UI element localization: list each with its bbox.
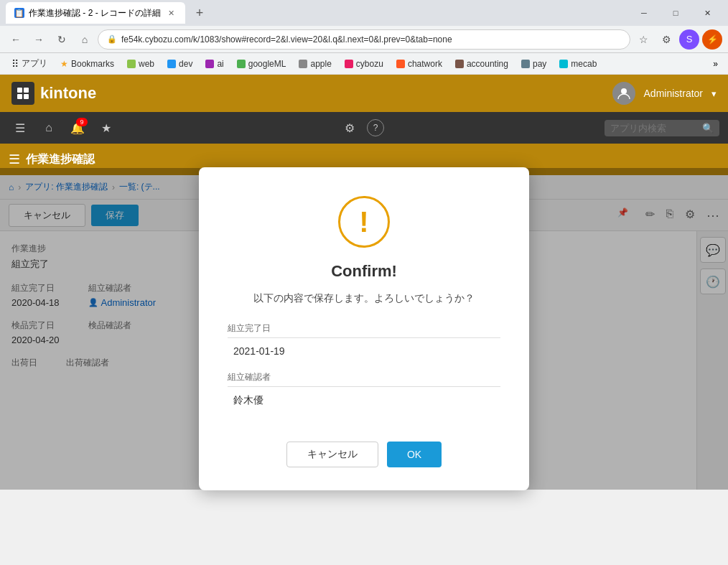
bookmark-web[interactable]: web [121,57,160,70]
svg-point-4 [621,88,627,94]
lock-icon: 🔒 [107,34,117,44]
dialog-fields: 組立完了日 2021-01-19 組立確認者 鈴木優 [228,322,500,421]
dialog-field2-label: 組立確認者 [228,371,500,387]
browser-controls: ← → ↻ ⌂ 🔒 fe54k.cybozu.com/k/1083/show#r… [0,26,728,53]
bookmark-chatwork[interactable]: chatwork [391,57,448,70]
new-tab-button[interactable]: + [190,3,210,23]
bookmark-star-icon[interactable]: ☆ [633,29,653,50]
nav-notification-badge: 9 [76,118,88,126]
dialog-field2-value: 鈴木優 [228,391,500,410]
nav-star-icon[interactable]: ★ [95,116,118,139]
bookmarks-more-button[interactable]: » [709,57,722,70]
svg-rect-3 [24,94,29,99]
close-button[interactable]: ✕ [692,0,722,26]
bookmark-ai[interactable]: ai [200,57,229,70]
kintone-header: kintone Administrator ▾ [0,75,728,112]
browser-settings-icon[interactable]: ⚙ [656,29,676,50]
confirm-dialog: ! Confirm! 以下の内容で保存します。よろしいでしょうか？ 組立完了日 … [199,167,529,490]
svg-rect-2 [17,94,22,99]
dialog-field1-label: 組立完了日 [228,322,500,338]
tab-close-button[interactable]: ✕ [165,7,177,19]
apps-button[interactable]: ⠿ アプリ [6,56,53,71]
header-chevron-icon[interactable]: ▾ [711,88,717,99]
bookmark-dev[interactable]: dev [162,57,198,70]
addon-button[interactable]: ⚡ [702,29,722,50]
svg-rect-0 [17,88,22,93]
browser-titlebar: 📋 作業進捗確認 - 2 - レコードの詳細 ✕ + ─ □ ✕ [0,0,728,26]
reload-button[interactable]: ↻ [52,29,72,50]
app-title: 作業進捗確認 [26,152,95,167]
back-button[interactable]: ← [6,29,26,50]
bookmark-pay[interactable]: pay [515,57,552,70]
dialog-warning-icon-wrap: ! [338,196,390,248]
nav-help-icon[interactable]: ? [367,119,384,136]
dialog-cancel-button[interactable]: キャンセル [286,442,378,467]
bookmark-googleml[interactable]: googleML [231,57,292,70]
nav-menu-icon[interactable]: ☰ [9,116,32,139]
bookmark-cybozu[interactable]: cybozu [339,57,389,70]
user-profile-button[interactable]: S [679,29,699,50]
address-text: fe54k.cybozu.com/k/1083/show#record=2&l.… [121,34,452,45]
kintone-nav: ☰ ⌂ 🔔 9 ★ ⚙ ? 🔍 [0,112,728,144]
bookmark-accounting[interactable]: accounting [449,57,514,70]
forward-button[interactable]: → [29,29,49,50]
nav-bell-icon[interactable]: 🔔 9 [66,116,89,139]
nav-settings-icon[interactable]: ⚙ [338,116,361,139]
bookmark-mecab[interactable]: mecab [554,57,602,70]
home-button[interactable]: ⌂ [75,29,95,50]
search-input[interactable] [610,123,696,134]
nav-search-area[interactable]: 🔍 [605,120,719,136]
dialog-buttons: キャンセル OK [286,442,442,467]
app-menu-icon[interactable]: ☰ [9,151,20,167]
content-wrapper: キャンセル 保存 📌 ✏ ⎘ ⚙ ⋯ 作業進捗 組立完了 [0,200,728,490]
bookmark-bookmarks[interactable]: ★ Bookmarks [55,57,120,70]
dialog-field1: 組立完了日 2021-01-19 [228,322,500,360]
svg-rect-1 [24,88,29,93]
bookmark-apple[interactable]: apple [293,57,337,70]
header-username: Administrator [644,88,703,99]
bookmarks-bar: ⠿ アプリ ★ Bookmarks web dev ai googleML ap… [0,53,728,75]
modal-overlay: ! Confirm! 以下の内容で保存します。よろしいでしょうか？ 組立完了日 … [0,168,728,490]
kintone-body: kintone Administrator ▾ ☰ ⌂ 🔔 9 ★ ⚙ ? [0,75,728,490]
dialog-field2: 組立確認者 鈴木優 [228,371,500,410]
dialog-title: Confirm! [331,262,397,281]
dialog-message: 以下の内容で保存します。よろしいでしょうか？ [253,292,475,305]
nav-home-icon[interactable]: ⌂ [37,116,60,139]
tab-favicon-icon: 📋 [14,8,24,18]
maximize-button[interactable]: □ [661,0,691,26]
search-icon[interactable]: 🔍 [702,123,714,134]
address-bar[interactable]: 🔒 fe54k.cybozu.com/k/1083/show#record=2&… [98,29,630,50]
browser-tab[interactable]: 📋 作業進捗確認 - 2 - レコードの詳細 ✕ [6,2,185,24]
logo-icon [11,82,34,105]
tab-title: 作業進捗確認 - 2 - レコードの詳細 [29,7,161,19]
header-right: Administrator ▾ [612,82,717,105]
dialog-exclaim-icon: ! [359,207,368,236]
kintone-logo: kintone [11,82,96,105]
dialog-field1-value: 2021-01-19 [228,342,500,360]
user-avatar [612,82,635,105]
dialog-ok-button[interactable]: OK [387,442,442,467]
window-controls: ─ □ ✕ [629,0,722,26]
minimize-button[interactable]: ─ [629,0,659,26]
